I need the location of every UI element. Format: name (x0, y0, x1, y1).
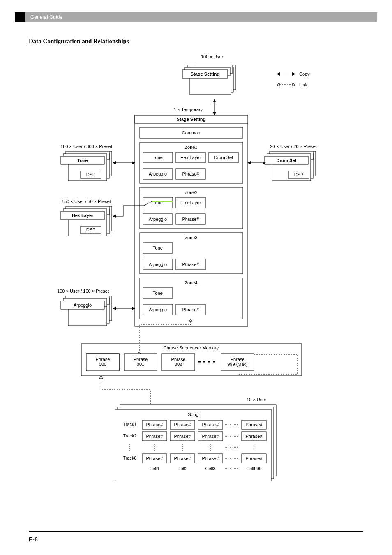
svg-text:Song: Song (188, 412, 198, 417)
left-arp-stack: Arpeggio (61, 296, 112, 326)
left-hex-stack: Hex Layer DSP (61, 206, 112, 236)
header-bar: General Guide (15, 12, 377, 22)
svg-text:001: 001 (137, 362, 144, 367)
svg-text:Track1: Track1 (123, 422, 136, 427)
svg-text:Hex Layer: Hex Layer (180, 155, 201, 160)
svg-text:Zone4: Zone4 (184, 280, 197, 285)
svg-text:Phrase#: Phrase# (202, 456, 219, 461)
svg-text:Phrase#: Phrase# (174, 456, 191, 461)
svg-text:002: 002 (175, 362, 182, 367)
zone1-name: Zone1 (184, 145, 197, 150)
svg-text:150 × User / 50 × Preset: 150 × User / 50 × Preset (62, 199, 111, 204)
svg-text:Phrase#: Phrase# (174, 434, 191, 439)
svg-text:Hex Layer: Hex Layer (72, 213, 94, 218)
svg-text:Hex Layer: Hex Layer (180, 200, 201, 205)
left-tone-stack: Tone DSP (61, 151, 112, 181)
legend-link: Link (299, 82, 308, 87)
svg-text:Zone2: Zone2 (184, 190, 197, 195)
svg-text:Arpeggio: Arpeggio (74, 303, 92, 308)
temp-container: Stage Setting Common Zone1 Tone Hex Laye… (135, 115, 248, 326)
svg-text:Phrase#: Phrase# (182, 217, 200, 222)
svg-text:Phrase#: Phrase# (146, 422, 164, 427)
section-title: Data Configuration and Relationships (29, 38, 129, 45)
svg-text:180 × User / 300 × Preset: 180 × User / 300 × Preset (60, 144, 112, 149)
svg-text:Phrase#: Phrase# (246, 422, 263, 427)
footer-rule (29, 531, 363, 532)
temp-common: Common (182, 130, 201, 135)
svg-text:Arpeggio: Arpeggio (149, 217, 167, 222)
svg-text:Phrase#: Phrase# (182, 262, 200, 267)
svg-text:Phrase#: Phrase# (146, 456, 164, 461)
svg-text:Tone: Tone (153, 291, 163, 296)
svg-text:Phrase#: Phrase# (202, 434, 219, 439)
svg-text:Track2: Track2 (123, 433, 136, 438)
svg-text:Phrase Sequencer Memory: Phrase Sequencer Memory (164, 345, 219, 350)
svg-text:Cell999: Cell999 (246, 466, 261, 471)
svg-text:Phrase#: Phrase# (246, 434, 263, 439)
top-count: 100 × User (201, 54, 223, 59)
top-stage-stack: Stage Setting (182, 65, 236, 95)
top-stage-title: Stage Setting (191, 72, 219, 76)
svg-text:Phrase: Phrase (96, 357, 110, 362)
svg-text:Arpeggio: Arpeggio (149, 307, 167, 312)
svg-text:Phrase#: Phrase# (174, 422, 191, 427)
song: Song Track1 Phrase# Phrase# Phrase# Phra… (115, 405, 276, 481)
header-section: General Guide (30, 14, 62, 20)
temp-title: Stage Setting (177, 117, 205, 122)
svg-text:Arpeggio: Arpeggio (149, 262, 167, 267)
legend: Copy Link (277, 72, 310, 87)
svg-text:Cell1: Cell1 (149, 466, 159, 471)
svg-text:Cell3: Cell3 (205, 466, 215, 471)
svg-text:Phrase: Phrase (231, 357, 245, 362)
svg-text:DSP: DSP (86, 227, 96, 232)
svg-text:Track8: Track8 (123, 456, 136, 460)
svg-text:Tone: Tone (153, 155, 163, 160)
svg-text:10 × User: 10 × User (247, 397, 266, 402)
svg-text:Phrase#: Phrase# (182, 171, 200, 176)
svg-text:DSP: DSP (86, 172, 96, 177)
svg-text:20 × User / 20 × Preset: 20 × User / 20 × Preset (270, 144, 317, 149)
svg-text:Arpeggio: Arpeggio (149, 171, 167, 176)
svg-text:Drum Set: Drum Set (277, 158, 297, 163)
temp-count: 1 × Temporary (174, 107, 203, 112)
svg-text:Phrase#: Phrase# (246, 456, 263, 461)
right-drum-stack: Drum Set DSP (265, 151, 316, 181)
legend-copy: Copy (299, 72, 310, 76)
header-block (15, 12, 25, 22)
svg-text:999 (Max): 999 (Max) (227, 362, 248, 367)
svg-text:Tone: Tone (153, 245, 163, 250)
svg-text:Phrase#: Phrase# (182, 307, 200, 312)
svg-text:Phrase: Phrase (134, 357, 148, 362)
svg-text:Zone3: Zone3 (184, 235, 197, 240)
svg-text:000: 000 (99, 362, 106, 367)
svg-text:Drum Set: Drum Set (214, 155, 233, 160)
svg-text:Phrase#: Phrase# (202, 422, 219, 427)
page-number: E-6 (29, 536, 38, 543)
diagram: Copy Link 100 × User Stage Setting 1 × T… (29, 49, 363, 514)
svg-text:Tone: Tone (77, 158, 88, 163)
svg-text:Phrase#: Phrase# (146, 434, 164, 439)
svg-text:100 × User / 100 × Preset: 100 × User / 100 × Preset (57, 289, 109, 294)
svg-text:Phrase: Phrase (171, 357, 186, 362)
svg-text:DSP: DSP (294, 172, 304, 177)
svg-text:Cell2: Cell2 (177, 466, 187, 471)
